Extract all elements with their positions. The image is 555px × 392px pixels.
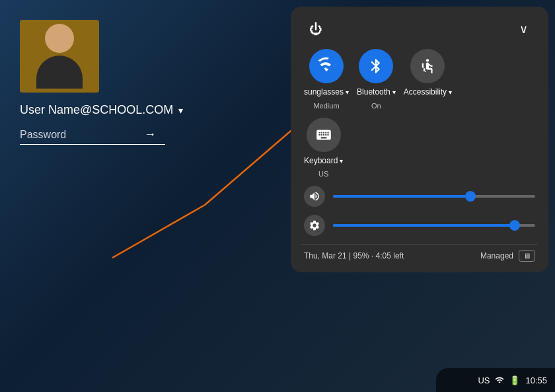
taskbar-wifi-svg <box>495 375 504 385</box>
taskbar-time: 10:55 <box>525 375 547 385</box>
quick-settings-panel: ⏻ ∨ sunglasses ▾ Medium <box>291 7 548 272</box>
login-area: User Name@SCHOOL.COM ▾ → <box>20 20 183 145</box>
taskbar: US 🔋 10:55 <box>436 368 555 392</box>
keyboard-icon-bg <box>307 118 341 152</box>
bluetooth-tile[interactable]: Bluetooth ▾ On <box>357 49 396 110</box>
settings-svg <box>309 219 320 231</box>
managed-icon: 🖥 <box>519 250 535 262</box>
wifi-icon <box>317 57 336 75</box>
volume-fill <box>333 195 470 198</box>
svg-point-3 <box>426 59 429 61</box>
wifi-name-label: sunglasses <box>304 87 344 98</box>
qs-header: ⏻ ∨ <box>301 17 538 41</box>
status-date: Thu, Mar 21 <box>304 251 347 260</box>
brightness-icon[interactable] <box>304 215 325 236</box>
volume-slider-row <box>301 186 538 207</box>
volume-thumb <box>465 191 476 202</box>
taskbar-wifi-icon <box>495 375 504 385</box>
accessibility-icon-bg <box>410 49 445 83</box>
wifi-icon-bg <box>309 49 344 83</box>
keyboard-sub-label: US <box>318 170 328 178</box>
taskbar-battery-icon: 🔋 <box>509 375 520 385</box>
avatar-body <box>36 56 83 89</box>
avatar-figure <box>36 24 83 89</box>
bluetooth-icon <box>367 58 385 75</box>
bluetooth-name-label: Bluetooth <box>357 87 390 98</box>
keyboard-icon <box>315 126 332 143</box>
avatar <box>20 20 99 93</box>
volume-svg <box>309 190 320 202</box>
keyboard-name-label: Keyboard <box>304 156 338 167</box>
bluetooth-sub-label: On <box>371 102 381 110</box>
user-dropdown-chevron[interactable]: ▾ <box>178 105 183 116</box>
brightness-fill <box>333 224 515 227</box>
keyboard-name-row: Keyboard ▾ <box>304 156 343 167</box>
tiles-row-1: sunglasses ▾ Medium Bluetooth ▾ On <box>301 49 538 110</box>
user-name-row[interactable]: User Name@SCHOOL.COM ▾ <box>20 103 183 117</box>
avatar-head <box>45 24 74 53</box>
power-button[interactable]: ⏻ <box>304 17 328 41</box>
wifi-name-row: sunglasses ▾ <box>304 87 349 98</box>
accessibility-name-label: Accessibility <box>404 87 447 98</box>
wifi-sub-label: Medium <box>313 102 339 110</box>
bluetooth-icon-bg <box>359 49 393 83</box>
accessibility-name-row: Accessibility ▾ <box>404 87 452 98</box>
volume-track[interactable] <box>333 195 535 198</box>
password-submit-button[interactable]: → <box>144 128 156 141</box>
status-bar: Thu, Mar 21 | 95% · 4:05 left Managed 🖥 <box>301 244 538 262</box>
accessibility-sub-label <box>427 102 429 110</box>
brightness-thumb <box>509 220 520 231</box>
password-row: → <box>20 128 165 145</box>
keyboard-tile[interactable]: Keyboard ▾ US <box>304 118 343 178</box>
tiles-row-2: Keyboard ▾ US <box>301 118 538 178</box>
managed-label: Managed <box>480 251 513 260</box>
username-label: User Name@SCHOOL.COM <box>20 103 173 117</box>
status-date-battery: Thu, Mar 21 | 95% · 4:05 left <box>304 251 404 260</box>
status-battery: 95% · 4:05 left <box>353 251 404 260</box>
password-input[interactable] <box>20 129 139 141</box>
bluetooth-name-row: Bluetooth ▾ <box>357 87 396 98</box>
collapse-button[interactable]: ∨ <box>511 17 535 41</box>
brightness-slider-row <box>301 215 538 236</box>
accessibility-tile[interactable]: Accessibility ▾ <box>404 49 452 110</box>
taskbar-locale: US <box>478 375 490 385</box>
status-right: Managed 🖥 <box>480 250 535 262</box>
accessibility-icon <box>419 58 436 75</box>
volume-icon[interactable] <box>304 186 325 207</box>
brightness-track[interactable] <box>333 224 535 227</box>
wifi-tile[interactable]: sunglasses ▾ Medium <box>304 49 349 110</box>
